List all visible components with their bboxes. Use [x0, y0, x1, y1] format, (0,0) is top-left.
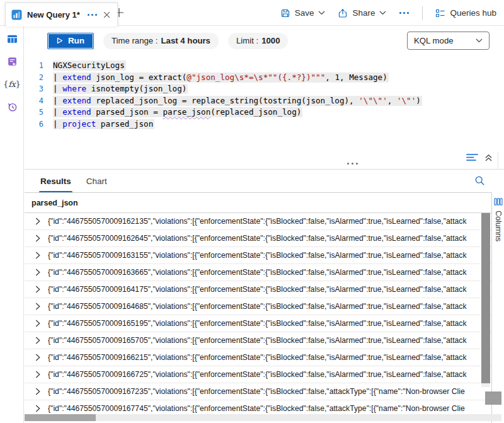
code-text: | extend json_log = extract(@"json_log\s…: [53, 72, 389, 83]
splitter-handle-icon[interactable]: [347, 163, 358, 165]
share-label: Share: [352, 8, 375, 18]
save-label: Save: [295, 8, 314, 18]
run-button[interactable]: Run: [47, 33, 94, 49]
query-editor[interactable]: 1NGXSecurityLogs2| extend json_log = ext…: [25, 55, 504, 151]
limit-picker[interactable]: Limit : 1000: [228, 33, 289, 49]
code-line[interactable]: 2| extend json_log = extract(@"json_log\…: [25, 72, 504, 84]
save-icon: [280, 8, 290, 18]
azure-data-explorer-window: New Query 1* Save S: [0, 0, 504, 423]
table-row[interactable]: {"id":"4467550570009164685","violations"…: [25, 298, 491, 315]
table-row[interactable]: {"id":"4467550570009162135","violations"…: [25, 213, 491, 230]
expand-row-icon[interactable]: [35, 235, 40, 242]
chevron-down-icon: [379, 11, 386, 15]
expand-row-icon[interactable]: [35, 217, 40, 225]
table-row[interactable]: {"id":"4467550570009166215","violations"…: [25, 349, 491, 366]
expand-row-icon[interactable]: [35, 269, 40, 276]
code-text: | extend replaced_json_log = replace_str…: [53, 96, 422, 106]
left-navigation-rail: {fx}: [0, 26, 24, 423]
history-clock-icon: [7, 101, 18, 112]
table-row[interactable]: {"id":"4467550570009164175","violations"…: [25, 281, 491, 298]
columns-panel-toggle[interactable]: Columns: [491, 192, 504, 423]
tab-new-query[interactable]: New Query 1*: [5, 3, 118, 26]
pane-splitter[interactable]: [25, 151, 504, 169]
limit-label: Limit :: [236, 36, 258, 45]
horizontal-scrollbar-thumb[interactable]: [25, 414, 96, 421]
row-json-text: {"id":"4467550570009166215","violations"…: [48, 353, 467, 362]
share-button[interactable]: Share: [338, 8, 386, 18]
expand-row-icon[interactable]: [35, 252, 40, 259]
horizontal-scrollbar[interactable]: [25, 414, 501, 421]
line-number: 1: [25, 61, 43, 70]
code-line[interactable]: 1NGXSecurityLogs: [25, 60, 504, 72]
column-header-parsed-json[interactable]: parsed_json: [25, 192, 504, 213]
time-range-picker[interactable]: Time range : Last 4 hours: [103, 33, 219, 49]
save-button[interactable]: Save: [280, 8, 326, 18]
expand-row-icon[interactable]: [35, 337, 40, 344]
row-json-text: {"id":"4467550570009163665","violations"…: [48, 268, 467, 277]
expand-row-icon[interactable]: [35, 354, 40, 361]
sidebar-item-saved-scripts[interactable]: [0, 51, 24, 71]
table-row[interactable]: {"id":"4467550570009165705","violations"…: [25, 332, 491, 349]
code-line[interactable]: 4| extend replaced_json_log = replace_st…: [25, 95, 504, 107]
collapse-editor-button[interactable]: [484, 154, 493, 162]
expand-row-icon[interactable]: [35, 303, 40, 310]
query-toolbar: Run Time range : Last 4 hours Limit : 10…: [25, 26, 504, 55]
tab-results[interactable]: Results: [39, 170, 72, 193]
functions-fx-icon: {fx}: [3, 79, 21, 89]
code-line[interactable]: 5| extend parsed_json = parse_json(repla…: [25, 107, 504, 119]
chevron-down-icon: [318, 11, 325, 15]
vertical-scrollbar-thumb[interactable]: [481, 213, 490, 383]
table-icon: [7, 33, 18, 44]
tab-close-icon[interactable]: [103, 11, 110, 18]
limit-value: 1000: [261, 36, 280, 45]
kusto-query-icon: [11, 9, 22, 20]
code-line[interactable]: 6| project parsed_json: [25, 119, 504, 130]
table-row[interactable]: {"id":"4467550570009167235","violations"…: [25, 383, 491, 400]
ellipsis-icon: [399, 11, 410, 14]
table-row[interactable]: {"id":"4467550570009166725","violations"…: [25, 366, 491, 383]
expand-row-icon[interactable]: [35, 388, 40, 395]
table-row[interactable]: {"id":"4467550570009165195","violations"…: [25, 315, 491, 332]
tab-more-options-icon[interactable]: [88, 14, 97, 16]
expand-row-icon[interactable]: [35, 405, 40, 412]
line-number: 4: [25, 96, 43, 105]
tab-title: New Query 1*: [27, 10, 80, 20]
expand-row-icon[interactable]: [35, 371, 40, 378]
code-text: | project parsed_json: [53, 119, 154, 129]
vertical-scrollbar[interactable]: [481, 213, 490, 387]
sidebar-item-connections[interactable]: [0, 28, 24, 49]
line-number: 6: [25, 120, 43, 129]
code-line[interactable]: 3| where isnotempty(json_log): [25, 83, 504, 95]
row-json-text: {"id":"4467550570009164175","violations"…: [48, 285, 467, 294]
recall-results-button[interactable]: [466, 153, 479, 162]
time-range-label: Time range :: [112, 36, 158, 45]
sidebar-item-query-history[interactable]: [0, 96, 24, 117]
results-tab-strip: Results Chart: [25, 169, 504, 192]
toolbar-actions: Save Share: [280, 0, 496, 26]
line-number: 3: [25, 84, 43, 93]
table-row[interactable]: {"id":"4467550570009162645","violations"…: [25, 230, 491, 247]
row-json-text: {"id":"4467550570009164685","violations"…: [48, 302, 467, 311]
more-commands-button[interactable]: [399, 11, 410, 14]
line-number: 2: [25, 73, 43, 82]
expand-row-icon[interactable]: [35, 320, 40, 327]
kql-mode-value: KQL mode: [414, 36, 454, 45]
table-row[interactable]: {"id":"4467550570009163155","violations"…: [25, 247, 491, 264]
expand-row-icon[interactable]: [35, 286, 40, 293]
scrollbar-corner: [485, 391, 501, 405]
columns-icon: [494, 198, 503, 206]
tab-chart[interactable]: Chart: [85, 170, 108, 193]
queries-hub-button[interactable]: Queries hub: [435, 8, 496, 18]
query-workspace: Run Time range : Last 4 hours Limit : 10…: [25, 26, 504, 423]
row-json-text: {"id":"4467550570009167235","violations"…: [48, 387, 465, 396]
kql-mode-select[interactable]: KQL mode: [407, 32, 490, 50]
query-tab-bar: New Query 1* Save S: [0, 0, 504, 26]
row-json-text: {"id":"4467550570009165195","violations"…: [48, 319, 467, 328]
columns-panel-label: Columns: [494, 211, 503, 241]
row-json-text: {"id":"4467550570009163155","violations"…: [48, 251, 467, 260]
queries-hub-label: Queries hub: [450, 8, 496, 18]
row-json-text: {"id":"4467550570009165705","violations"…: [48, 336, 467, 345]
table-row[interactable]: {"id":"4467550570009163665","violations"…: [25, 264, 491, 281]
search-results-button[interactable]: [474, 175, 485, 186]
sidebar-item-functions[interactable]: {fx}: [0, 74, 24, 94]
